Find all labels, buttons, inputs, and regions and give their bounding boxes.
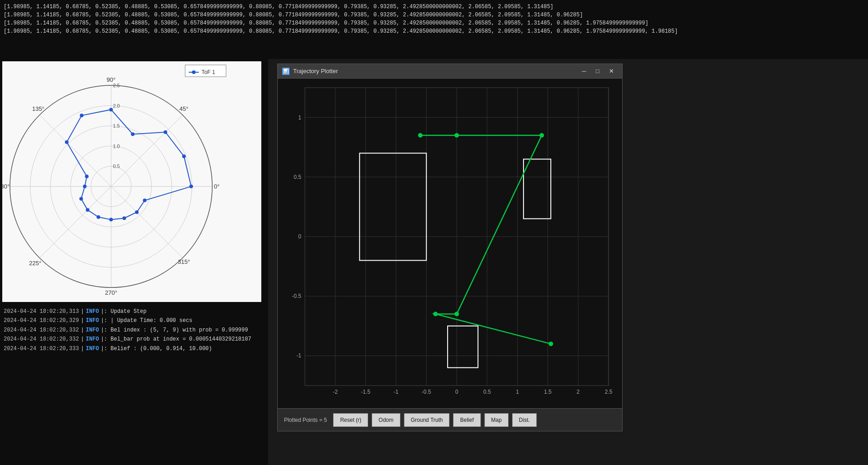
- log-timestamp: 2024-04-24 18:02:20,333: [4, 344, 79, 353]
- log-entry: 2024-04-24 18:02:20,333 | INFO |: Belief…: [4, 344, 264, 353]
- trajectory-titlebar: 📊 Trajectory Plotter ─ □ ✕: [278, 64, 622, 79]
- log-level: INFO: [86, 326, 99, 335]
- log-level: INFO: [86, 316, 99, 325]
- terminal-output: [1.98985, 1.14185, 0.68785, 0.52385, 0.4…: [0, 0, 868, 59]
- log-area: 2024-04-24 18:02:20,313 | INFO |: Update…: [0, 304, 268, 465]
- trajectory-plot-area: [278, 79, 622, 408]
- log-timestamp: 2024-04-24 18:02:20,332: [4, 335, 79, 344]
- log-entry: 2024-04-24 18:02:20,332 | INFO |: Bel in…: [4, 326, 264, 335]
- log-entry: 2024-04-24 18:02:20,329 | INFO |: | Upda…: [4, 316, 264, 325]
- log-level: INFO: [86, 335, 99, 344]
- trajectory-title-text: Trajectory Plotter: [293, 68, 578, 74]
- main-area: 2024-04-24 18:02:20,313 | INFO |: Update…: [0, 59, 868, 465]
- trajectory-chart: [278, 79, 622, 408]
- log-timestamp: 2024-04-24 18:02:20,313: [4, 307, 79, 316]
- log-message: |: Bel index : (5, 7, 9) with prob = 0.9…: [101, 326, 248, 335]
- right-panel: 📊 Trajectory Plotter ─ □ ✕ Plotted Point…: [268, 59, 868, 465]
- log-message: |: | Update Time: 0.000 secs: [101, 316, 193, 325]
- plotted-points-label: Plotted Points = 5: [284, 417, 327, 423]
- log-message: |: Belief : (0.000, 0.914, 10.000): [101, 344, 212, 353]
- odom-button[interactable]: Odom: [372, 413, 400, 427]
- log-timestamp: 2024-04-24 18:02:20,329: [4, 316, 79, 325]
- polar-chart: [2, 61, 261, 302]
- log-message: |: Update Step: [101, 307, 147, 316]
- map-button[interactable]: Map: [484, 413, 509, 427]
- trajectory-footer: Plotted Points = 5 Reset (r) Odom Ground…: [278, 408, 622, 431]
- trajectory-title-icon: 📊: [282, 68, 289, 75]
- log-timestamp: 2024-04-24 18:02:20,332: [4, 326, 79, 335]
- polar-chart-container: [2, 61, 261, 302]
- close-button[interactable]: ✕: [605, 66, 618, 77]
- minimize-button[interactable]: ─: [578, 66, 590, 77]
- log-entry: 2024-04-24 18:02:20,332 | INFO |: Bel_ba…: [4, 335, 264, 344]
- maximize-button[interactable]: □: [591, 66, 604, 77]
- window-controls: ─ □ ✕: [578, 66, 618, 77]
- dist-button[interactable]: Dist.: [512, 413, 537, 427]
- log-message: |: Bel_bar prob at index = 0.00051440329…: [101, 335, 251, 344]
- trajectory-window: 📊 Trajectory Plotter ─ □ ✕ Plotted Point…: [277, 64, 623, 431]
- belief-button[interactable]: Belief: [453, 413, 480, 427]
- ground-truth-button[interactable]: Ground Truth: [404, 413, 450, 427]
- log-level: INFO: [86, 307, 99, 316]
- log-level: INFO: [86, 344, 99, 353]
- left-panel: 2024-04-24 18:02:20,313 | INFO |: Update…: [0, 59, 268, 465]
- reset-button[interactable]: Reset (r): [333, 413, 368, 427]
- log-entry: 2024-04-24 18:02:20,313 | INFO |: Update…: [4, 307, 264, 316]
